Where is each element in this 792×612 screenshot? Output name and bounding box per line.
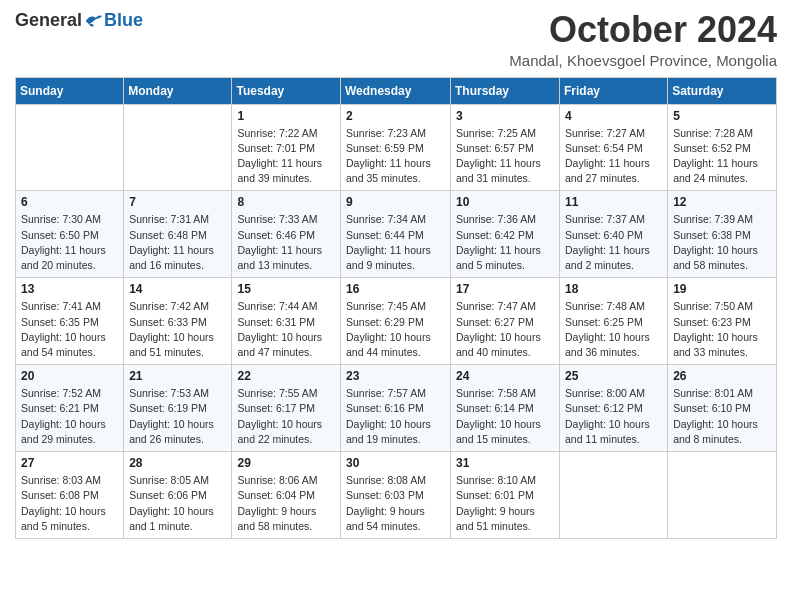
day-info: Sunrise: 8:00 AM Sunset: 6:12 PM Dayligh…: [565, 386, 662, 447]
calendar-cell: 24Sunrise: 7:58 AM Sunset: 6:14 PM Dayli…: [451, 365, 560, 452]
day-info: Sunrise: 7:50 AM Sunset: 6:23 PM Dayligh…: [673, 299, 771, 360]
calendar-cell: 11Sunrise: 7:37 AM Sunset: 6:40 PM Dayli…: [560, 191, 668, 278]
day-number: 23: [346, 369, 445, 383]
weekday-header-cell: Tuesday: [232, 77, 341, 104]
day-number: 5: [673, 109, 771, 123]
weekday-header-cell: Friday: [560, 77, 668, 104]
day-info: Sunrise: 7:47 AM Sunset: 6:27 PM Dayligh…: [456, 299, 554, 360]
weekday-header-cell: Wednesday: [341, 77, 451, 104]
month-title: October 2024: [509, 10, 777, 50]
calendar-cell: 25Sunrise: 8:00 AM Sunset: 6:12 PM Dayli…: [560, 365, 668, 452]
calendar-cell: 5Sunrise: 7:28 AM Sunset: 6:52 PM Daylig…: [668, 104, 777, 191]
calendar-cell: [668, 452, 777, 539]
day-number: 9: [346, 195, 445, 209]
calendar-cell: 23Sunrise: 7:57 AM Sunset: 6:16 PM Dayli…: [341, 365, 451, 452]
calendar-cell: 16Sunrise: 7:45 AM Sunset: 6:29 PM Dayli…: [341, 278, 451, 365]
calendar-week-row: 27Sunrise: 8:03 AM Sunset: 6:08 PM Dayli…: [16, 452, 777, 539]
day-info: Sunrise: 7:52 AM Sunset: 6:21 PM Dayligh…: [21, 386, 118, 447]
day-number: 18: [565, 282, 662, 296]
calendar-week-row: 6Sunrise: 7:30 AM Sunset: 6:50 PM Daylig…: [16, 191, 777, 278]
day-info: Sunrise: 7:42 AM Sunset: 6:33 PM Dayligh…: [129, 299, 226, 360]
weekday-header-cell: Sunday: [16, 77, 124, 104]
logo: General Blue: [15, 10, 143, 31]
calendar-cell: 14Sunrise: 7:42 AM Sunset: 6:33 PM Dayli…: [124, 278, 232, 365]
calendar-cell: 13Sunrise: 7:41 AM Sunset: 6:35 PM Dayli…: [16, 278, 124, 365]
calendar-cell: 26Sunrise: 8:01 AM Sunset: 6:10 PM Dayli…: [668, 365, 777, 452]
day-number: 24: [456, 369, 554, 383]
day-info: Sunrise: 7:34 AM Sunset: 6:44 PM Dayligh…: [346, 212, 445, 273]
weekday-header-row: SundayMondayTuesdayWednesdayThursdayFrid…: [16, 77, 777, 104]
day-number: 11: [565, 195, 662, 209]
calendar-week-row: 20Sunrise: 7:52 AM Sunset: 6:21 PM Dayli…: [16, 365, 777, 452]
calendar-cell: [124, 104, 232, 191]
calendar-cell: 3Sunrise: 7:25 AM Sunset: 6:57 PM Daylig…: [451, 104, 560, 191]
day-number: 1: [237, 109, 335, 123]
day-number: 16: [346, 282, 445, 296]
location: Mandal, Khoevsgoel Province, Mongolia: [509, 52, 777, 69]
day-number: 26: [673, 369, 771, 383]
day-number: 4: [565, 109, 662, 123]
calendar-cell: 4Sunrise: 7:27 AM Sunset: 6:54 PM Daylig…: [560, 104, 668, 191]
day-info: Sunrise: 7:58 AM Sunset: 6:14 PM Dayligh…: [456, 386, 554, 447]
calendar-table: SundayMondayTuesdayWednesdayThursdayFrid…: [15, 77, 777, 539]
day-info: Sunrise: 8:08 AM Sunset: 6:03 PM Dayligh…: [346, 473, 445, 534]
calendar-cell: 31Sunrise: 8:10 AM Sunset: 6:01 PM Dayli…: [451, 452, 560, 539]
day-number: 30: [346, 456, 445, 470]
day-info: Sunrise: 7:48 AM Sunset: 6:25 PM Dayligh…: [565, 299, 662, 360]
day-info: Sunrise: 7:44 AM Sunset: 6:31 PM Dayligh…: [237, 299, 335, 360]
calendar-body: 1Sunrise: 7:22 AM Sunset: 7:01 PM Daylig…: [16, 104, 777, 538]
weekday-header-cell: Monday: [124, 77, 232, 104]
day-info: Sunrise: 7:30 AM Sunset: 6:50 PM Dayligh…: [21, 212, 118, 273]
day-info: Sunrise: 7:57 AM Sunset: 6:16 PM Dayligh…: [346, 386, 445, 447]
day-number: 6: [21, 195, 118, 209]
day-number: 22: [237, 369, 335, 383]
day-info: Sunrise: 7:25 AM Sunset: 6:57 PM Dayligh…: [456, 126, 554, 187]
calendar-cell: 22Sunrise: 7:55 AM Sunset: 6:17 PM Dayli…: [232, 365, 341, 452]
calendar-cell: 8Sunrise: 7:33 AM Sunset: 6:46 PM Daylig…: [232, 191, 341, 278]
calendar-cell: [16, 104, 124, 191]
logo-general: General: [15, 10, 82, 31]
calendar-cell: [560, 452, 668, 539]
day-number: 19: [673, 282, 771, 296]
calendar-cell: 2Sunrise: 7:23 AM Sunset: 6:59 PM Daylig…: [341, 104, 451, 191]
calendar-week-row: 1Sunrise: 7:22 AM Sunset: 7:01 PM Daylig…: [16, 104, 777, 191]
calendar-cell: 17Sunrise: 7:47 AM Sunset: 6:27 PM Dayli…: [451, 278, 560, 365]
day-number: 3: [456, 109, 554, 123]
day-info: Sunrise: 7:27 AM Sunset: 6:54 PM Dayligh…: [565, 126, 662, 187]
calendar-cell: 7Sunrise: 7:31 AM Sunset: 6:48 PM Daylig…: [124, 191, 232, 278]
day-number: 7: [129, 195, 226, 209]
day-number: 14: [129, 282, 226, 296]
day-number: 8: [237, 195, 335, 209]
day-info: Sunrise: 7:39 AM Sunset: 6:38 PM Dayligh…: [673, 212, 771, 273]
calendar-cell: 6Sunrise: 7:30 AM Sunset: 6:50 PM Daylig…: [16, 191, 124, 278]
day-info: Sunrise: 8:01 AM Sunset: 6:10 PM Dayligh…: [673, 386, 771, 447]
day-info: Sunrise: 8:03 AM Sunset: 6:08 PM Dayligh…: [21, 473, 118, 534]
day-number: 17: [456, 282, 554, 296]
day-info: Sunrise: 8:06 AM Sunset: 6:04 PM Dayligh…: [237, 473, 335, 534]
logo-bird-icon: [84, 12, 104, 30]
day-number: 28: [129, 456, 226, 470]
weekday-header-cell: Saturday: [668, 77, 777, 104]
day-number: 31: [456, 456, 554, 470]
day-number: 29: [237, 456, 335, 470]
day-info: Sunrise: 7:28 AM Sunset: 6:52 PM Dayligh…: [673, 126, 771, 187]
day-number: 2: [346, 109, 445, 123]
logo-blue: Blue: [104, 10, 143, 31]
day-info: Sunrise: 7:22 AM Sunset: 7:01 PM Dayligh…: [237, 126, 335, 187]
day-info: Sunrise: 7:33 AM Sunset: 6:46 PM Dayligh…: [237, 212, 335, 273]
day-info: Sunrise: 8:05 AM Sunset: 6:06 PM Dayligh…: [129, 473, 226, 534]
day-number: 20: [21, 369, 118, 383]
day-info: Sunrise: 7:23 AM Sunset: 6:59 PM Dayligh…: [346, 126, 445, 187]
day-info: Sunrise: 8:10 AM Sunset: 6:01 PM Dayligh…: [456, 473, 554, 534]
day-info: Sunrise: 7:55 AM Sunset: 6:17 PM Dayligh…: [237, 386, 335, 447]
title-block: October 2024 Mandal, Khoevsgoel Province…: [509, 10, 777, 69]
day-number: 27: [21, 456, 118, 470]
calendar-cell: 9Sunrise: 7:34 AM Sunset: 6:44 PM Daylig…: [341, 191, 451, 278]
day-number: 12: [673, 195, 771, 209]
calendar-cell: 27Sunrise: 8:03 AM Sunset: 6:08 PM Dayli…: [16, 452, 124, 539]
calendar-cell: 1Sunrise: 7:22 AM Sunset: 7:01 PM Daylig…: [232, 104, 341, 191]
calendar-cell: 15Sunrise: 7:44 AM Sunset: 6:31 PM Dayli…: [232, 278, 341, 365]
calendar-cell: 12Sunrise: 7:39 AM Sunset: 6:38 PM Dayli…: [668, 191, 777, 278]
day-number: 15: [237, 282, 335, 296]
day-info: Sunrise: 7:31 AM Sunset: 6:48 PM Dayligh…: [129, 212, 226, 273]
